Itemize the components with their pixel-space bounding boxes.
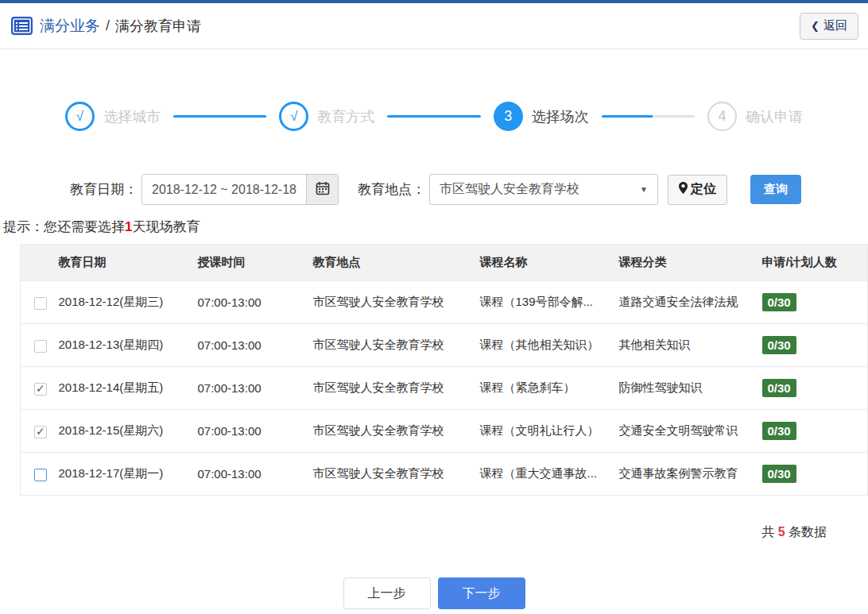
cell-course-name: 课程（139号部令解... <box>474 281 613 324</box>
session-row: 2018-12-12(星期三) 07:00-13:00 市区驾驶人安全教育学校 … <box>21 281 868 324</box>
back-button[interactable]: ❮ 返回 <box>800 13 858 40</box>
next-step-button[interactable]: 下一步 <box>438 577 525 609</box>
cell-class-time: 07:00-13:00 <box>192 410 307 453</box>
step-connector-3 <box>602 115 695 118</box>
cell-education-place: 市区驾驶人安全教育学校 <box>307 410 474 453</box>
step-1-label: 选择城市 <box>103 107 161 126</box>
cell-education-place: 市区驾驶人安全教育学校 <box>307 281 474 324</box>
previous-step-button[interactable]: 上一步 <box>343 577 431 609</box>
quota-badge: 0/30 <box>762 465 796 483</box>
breadcrumb-module: 满分业务 <box>40 16 100 37</box>
hint-prefix: 提示：您还需要选择 <box>3 219 125 234</box>
column-header: 教育地点 <box>307 245 474 281</box>
page-title: 满分教育申请 <box>115 17 201 36</box>
count-prefix: 共 <box>761 525 774 539</box>
cell-class-time: 07:00-13:00 <box>192 281 307 324</box>
chevron-left-icon: ❮ <box>811 20 820 32</box>
cell-course-name: 课程（文明礼让行人） <box>474 410 613 453</box>
column-header: 课程分类 <box>613 245 756 281</box>
cell-education-date: 2018-12-15(星期六) <box>52 410 192 453</box>
stepper: √ 选择城市 √ 教育方式 3 选择场次 4 确认申请 <box>65 102 803 131</box>
column-header <box>21 245 52 281</box>
cell-course-name: 课程（重大交通事故... <box>474 453 613 496</box>
cell-education-date: 2018-12-13(星期四) <box>52 324 192 367</box>
app-header: 满分业务 / 满分教育申请 ❮ 返回 <box>0 3 868 49</box>
step-3-circle: 3 <box>494 102 523 131</box>
filter-bar: 教育日期： 教育地点： 市区驾驶人安全教育学校 ▼ <box>70 174 868 205</box>
column-header: 申请/计划人数 <box>756 245 868 281</box>
cell-education-date: 2018-12-14(星期五) <box>52 367 192 410</box>
cell-course-category: 交通安全文明驾驶常识 <box>613 410 756 453</box>
session-row: 2018-12-17(星期一) 07:00-13:00 市区驾驶人安全教育学校 … <box>21 453 868 496</box>
list-icon <box>11 17 33 35</box>
cell-course-name: 课程（紧急刹车） <box>474 367 613 410</box>
date-range-group <box>141 174 339 205</box>
row-checkbox[interactable] <box>34 340 47 353</box>
search-button[interactable]: 查询 <box>750 175 801 204</box>
count-suffix: 条数据 <box>789 525 827 539</box>
breadcrumb-separator: / <box>106 17 110 34</box>
calendar-button[interactable] <box>306 175 338 204</box>
row-checkbox[interactable] <box>34 469 47 481</box>
cell-class-time: 07:00-13:00 <box>192 453 307 496</box>
hint-suffix: 天现场教育 <box>132 219 200 234</box>
locate-button-label: 定位 <box>691 181 716 198</box>
education-place-select[interactable]: 市区驾驶人安全教育学校 ▼ <box>429 174 658 205</box>
session-row: 2018-12-14(星期五) 07:00-13:00 市区驾驶人安全教育学校 … <box>21 367 868 410</box>
column-header: 授课时间 <box>192 245 307 281</box>
step-2-circle: √ <box>279 102 308 131</box>
row-checkbox[interactable] <box>34 297 47 310</box>
quota-badge: 0/30 <box>762 422 796 440</box>
cell-education-place: 市区驾驶人安全教育学校 <box>307 453 474 496</box>
column-header: 教育日期 <box>52 245 192 281</box>
back-button-label: 返回 <box>823 18 847 33</box>
date-range-input[interactable] <box>142 175 306 204</box>
location-pin-icon <box>679 182 688 197</box>
calendar-icon <box>316 181 330 198</box>
education-date-label: 教育日期： <box>70 180 138 199</box>
cell-education-place: 市区驾驶人安全教育学校 <box>307 324 474 367</box>
session-table-wrap: 教育日期授课时间教育地点课程名称课程分类申请/计划人数 2018-12-12(星… <box>20 244 868 496</box>
cell-course-category: 道路交通安全法律法规 <box>613 281 756 324</box>
table-header-row: 教育日期授课时间教育地点课程名称课程分类申请/计划人数 <box>21 245 868 281</box>
cell-education-place: 市区驾驶人安全教育学校 <box>307 367 474 410</box>
step-select-city: √ 选择城市 <box>65 102 161 131</box>
quota-badge: 0/30 <box>762 379 796 397</box>
caret-down-icon: ▼ <box>640 185 648 194</box>
step-3-label: 选择场次 <box>532 107 589 126</box>
step-education-mode: √ 教育方式 <box>279 102 374 131</box>
count-number: 5 <box>778 525 785 539</box>
row-checkbox[interactable] <box>34 383 47 396</box>
step-2-label: 教育方式 <box>317 107 374 126</box>
education-place-selected-value: 市区驾驶人安全教育学校 <box>440 181 579 198</box>
step-4-circle: 4 <box>707 102 737 131</box>
session-row: 2018-12-13(星期四) 07:00-13:00 市区驾驶人安全教育学校 … <box>21 324 868 367</box>
record-count: 共 5 条数据 <box>0 524 868 541</box>
column-header: 课程名称 <box>474 245 613 281</box>
cell-class-time: 07:00-13:00 <box>192 324 307 367</box>
session-table: 教育日期授课时间教育地点课程名称课程分类申请/计划人数 2018-12-12(星… <box>20 244 868 496</box>
cell-course-name: 课程（其他相关知识） <box>474 324 613 367</box>
step-connector-2 <box>387 115 480 118</box>
hint-text: 提示：您还需要选择1天现场教育 <box>3 218 868 236</box>
education-place-label: 教育地点： <box>358 180 425 199</box>
cell-course-category: 其他相关知识 <box>613 324 756 367</box>
step-confirm-application: 4 确认申请 <box>707 102 803 131</box>
quota-badge: 0/30 <box>762 293 796 311</box>
session-table-body: 2018-12-12(星期三) 07:00-13:00 市区驾驶人安全教育学校 … <box>21 281 868 496</box>
session-row: 2018-12-15(星期六) 07:00-13:00 市区驾驶人安全教育学校 … <box>21 410 868 453</box>
step-select-session: 3 选择场次 <box>494 102 589 131</box>
step-connector-1 <box>173 115 266 118</box>
cell-education-date: 2018-12-12(星期三) <box>52 281 192 324</box>
locate-button[interactable]: 定位 <box>668 175 727 205</box>
cell-education-date: 2018-12-17(星期一) <box>52 453 192 496</box>
row-checkbox[interactable] <box>34 426 47 438</box>
quota-badge: 0/30 <box>762 336 796 354</box>
step-4-label: 确认申请 <box>746 107 803 126</box>
wizard-actions: 上一步 下一步 <box>0 577 868 609</box>
cell-course-category: 交通事故案例警示教育 <box>613 453 756 496</box>
step-1-circle: √ <box>65 102 95 131</box>
cell-class-time: 07:00-13:00 <box>192 367 307 410</box>
cell-course-category: 防御性驾驶知识 <box>613 367 756 410</box>
